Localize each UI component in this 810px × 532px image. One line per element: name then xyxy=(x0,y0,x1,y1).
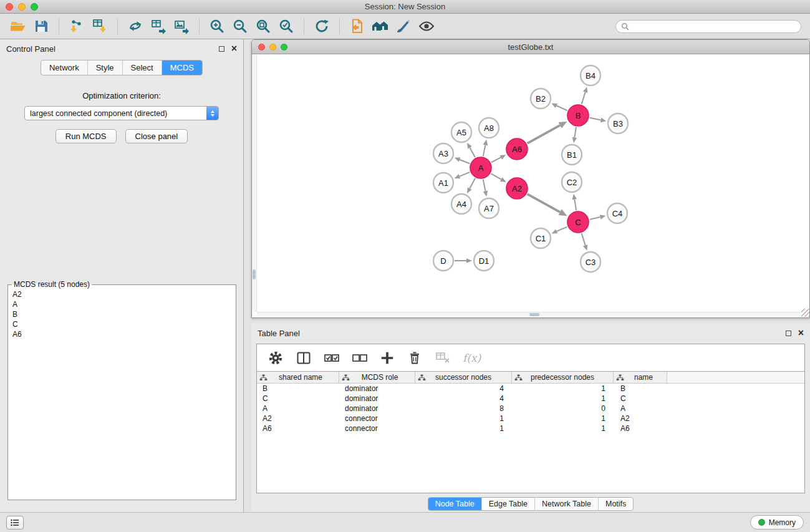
network-node-A5[interactable]: A5 xyxy=(451,122,471,142)
result-item[interactable]: A2 xyxy=(11,289,233,299)
network-node-C2[interactable]: C2 xyxy=(562,172,582,192)
import-network-button[interactable] xyxy=(67,17,86,36)
dropdown-stepper[interactable] xyxy=(206,107,218,120)
network-minimize-button[interactable] xyxy=(269,44,276,51)
zoom-out-button[interactable] xyxy=(231,17,249,36)
table-row[interactable]: A2connector11A2 xyxy=(257,414,804,423)
network-edge-A-A2[interactable] xyxy=(491,173,506,182)
network-edge-A-A4[interactable] xyxy=(467,178,475,193)
network-node-A7[interactable]: A7 xyxy=(479,198,499,218)
import-table-button[interactable] xyxy=(90,17,109,36)
network-edge-B-B4[interactable] xyxy=(582,87,588,104)
network-node-C1[interactable]: C1 xyxy=(531,228,551,248)
network-edge-A-A6[interactable] xyxy=(491,155,506,162)
result-item[interactable]: A6 xyxy=(11,329,233,339)
function-builder-button[interactable]: f(x) xyxy=(463,352,481,364)
save-session-button[interactable] xyxy=(32,17,51,36)
network-node-B1[interactable]: B1 xyxy=(562,145,582,165)
refresh-button[interactable] xyxy=(312,17,331,36)
optimization-criterion-dropdown[interactable]: largest connected component (directed) xyxy=(24,106,219,120)
network-edge-A-A8[interactable] xyxy=(483,140,488,157)
network-close-button[interactable] xyxy=(258,44,265,51)
show-hide-button[interactable] xyxy=(417,17,436,36)
home-view-button[interactable] xyxy=(371,17,390,36)
network-edge-A6-B[interactable] xyxy=(528,122,567,143)
network-node-B2[interactable]: B2 xyxy=(531,89,551,109)
result-item[interactable]: A xyxy=(11,299,233,309)
tab-motifs[interactable]: Motifs xyxy=(599,498,633,510)
horizontal-scrollbar[interactable] xyxy=(257,312,801,317)
column-header-predecessor-nodes[interactable]: predecessor nodes xyxy=(512,372,614,383)
table-row[interactable]: Adominator80A xyxy=(257,404,804,414)
open-session-button[interactable] xyxy=(9,17,27,36)
close-window-button[interactable] xyxy=(6,3,13,11)
network-node-A6[interactable]: A6 xyxy=(506,138,528,160)
zoom-in-button[interactable] xyxy=(208,17,226,36)
import-document-button[interactable] xyxy=(348,17,367,36)
search-box[interactable] xyxy=(615,20,801,33)
minimize-window-button[interactable] xyxy=(18,3,26,11)
result-item[interactable]: C xyxy=(11,319,233,329)
close-panel-button[interactable]: Close panel xyxy=(125,129,188,143)
close-table-panel-icon[interactable]: × xyxy=(798,330,804,336)
network-window-titlebar[interactable]: testGlobe.txt xyxy=(252,40,809,54)
tab-mcds[interactable]: MCDS xyxy=(162,60,202,75)
tab-network-table[interactable]: Network Table xyxy=(535,498,599,510)
delete-table-button[interactable] xyxy=(435,350,451,366)
delete-entry-button[interactable] xyxy=(407,350,423,366)
network-node-C4[interactable]: C4 xyxy=(607,203,627,223)
clone-table-button[interactable] xyxy=(149,17,168,36)
horizontal-scroll-thumb[interactable] xyxy=(529,313,539,316)
network-node-A3[interactable]: A3 xyxy=(433,143,453,163)
network-node-B3[interactable]: B3 xyxy=(608,114,628,133)
network-node-A1[interactable]: A1 xyxy=(433,173,453,193)
network-edge-C-C4[interactable] xyxy=(590,215,606,220)
vertical-scrollbar[interactable] xyxy=(252,54,257,312)
float-table-panel-icon[interactable] xyxy=(786,331,791,336)
column-header-shared-name[interactable]: shared name xyxy=(257,372,339,383)
table-row[interactable]: Bdominator41B xyxy=(257,384,804,394)
resize-grip[interactable] xyxy=(801,309,809,317)
float-panel-icon[interactable] xyxy=(219,46,224,52)
select-all-button[interactable] xyxy=(324,351,340,365)
network-node-C[interactable]: C xyxy=(567,211,589,233)
column-header-MCDS-role[interactable]: MCDS role xyxy=(339,372,415,383)
column-header-successor-nodes[interactable]: successor nodes xyxy=(415,372,512,383)
run-mcds-button[interactable]: Run MCDS xyxy=(55,129,117,143)
network-node-D[interactable]: D xyxy=(433,251,453,271)
search-input[interactable] xyxy=(632,22,796,31)
network-edge-C-C2[interactable] xyxy=(572,194,577,210)
zoom-fit-button[interactable] xyxy=(254,17,272,36)
tab-select[interactable]: Select xyxy=(123,60,162,75)
network-node-C3[interactable]: C3 xyxy=(581,252,600,272)
export-image-button[interactable] xyxy=(172,17,191,36)
network-node-A[interactable]: A xyxy=(470,157,491,178)
network-edge-A2-C[interactable] xyxy=(528,194,567,216)
network-node-A8[interactable]: A8 xyxy=(479,118,499,138)
task-history-button[interactable] xyxy=(6,516,24,530)
tab-node-table[interactable]: Node Table xyxy=(428,498,482,510)
tab-style[interactable]: Style xyxy=(88,60,123,75)
result-item[interactable]: B xyxy=(11,309,233,319)
deselect-all-button[interactable] xyxy=(352,351,368,365)
network-node-A4[interactable]: A4 xyxy=(451,194,471,214)
network-node-B4[interactable]: B4 xyxy=(581,65,600,85)
network-edge-C-C1[interactable] xyxy=(551,227,567,234)
network-edge-A-A5[interactable] xyxy=(467,143,475,158)
zoom-selected-button[interactable] xyxy=(277,17,296,36)
network-from-selection-button[interactable] xyxy=(126,17,145,36)
network-node-A2[interactable]: A2 xyxy=(506,178,528,199)
network-node-B[interactable]: B xyxy=(567,105,589,126)
memory-button[interactable]: Memory xyxy=(750,515,804,530)
add-entry-button[interactable] xyxy=(380,351,395,365)
window-titlebar[interactable]: Session: New Session xyxy=(0,0,810,14)
close-panel-icon[interactable]: × xyxy=(231,46,237,52)
network-edge-A-A1[interactable] xyxy=(455,172,470,178)
network-edge-B-B1[interactable] xyxy=(572,127,577,143)
network-edge-D-D1[interactable] xyxy=(455,258,472,263)
network-edge-A-A3[interactable] xyxy=(455,157,470,163)
network-edge-B-B3[interactable] xyxy=(590,118,607,122)
network-edge-A-A7[interactable] xyxy=(483,180,488,197)
network-zoom-button[interactable] xyxy=(281,44,287,51)
table-settings-button[interactable] xyxy=(268,350,284,366)
